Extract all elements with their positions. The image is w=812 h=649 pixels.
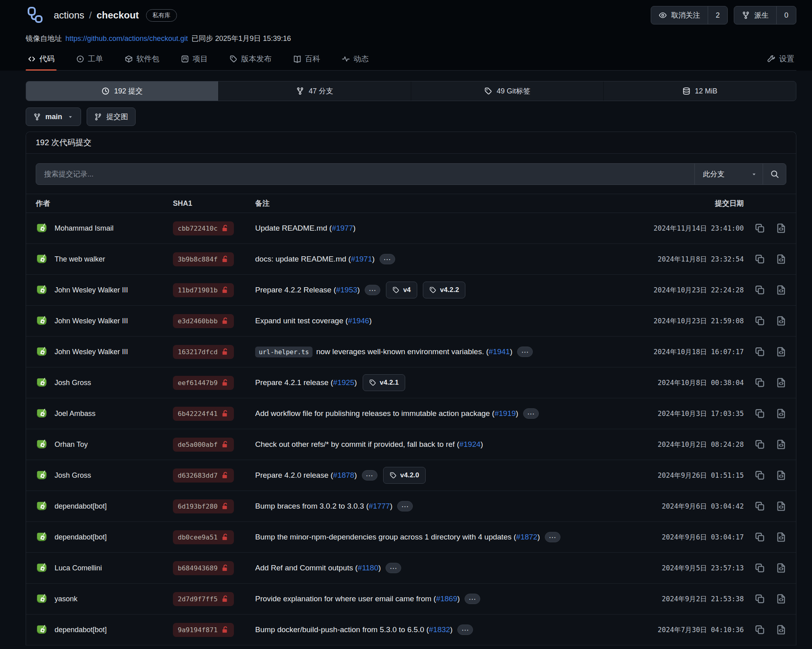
issue-link[interactable]: #1872 — [516, 533, 538, 542]
issue-link[interactable]: #1832 — [429, 625, 450, 634]
tab-issues[interactable]: 工单 — [74, 49, 105, 70]
copy-sha-button[interactable] — [755, 532, 765, 542]
commit-sha-badge[interactable]: db0cee9a51 — [173, 530, 234, 544]
issue-link[interactable]: #1777 — [369, 502, 390, 511]
forks-count[interactable]: 0 — [776, 6, 796, 24]
commit-message-expand-button[interactable]: ⋯ — [523, 408, 539, 419]
view-file-at-commit-button[interactable] — [776, 594, 786, 604]
tab-packages[interactable]: 软件包 — [123, 49, 161, 70]
copy-sha-button[interactable] — [755, 285, 765, 295]
unwatch-button[interactable]: 取消关注 2 — [651, 6, 728, 24]
mirror-url-link[interactable]: https://github.com/actions/checkout.git — [65, 34, 188, 43]
tab-code[interactable]: 代码 — [26, 49, 57, 70]
author-avatar[interactable] — [36, 593, 48, 605]
author-avatar[interactable] — [36, 531, 48, 543]
issue-link[interactable]: #1869 — [436, 594, 457, 603]
commit-message-expand-button[interactable]: ⋯ — [365, 285, 380, 295]
view-file-at-commit-button[interactable] — [776, 501, 786, 511]
commit-message-expand-button[interactable]: ⋯ — [517, 347, 533, 357]
copy-sha-button[interactable] — [755, 594, 765, 604]
view-file-at-commit-button[interactable] — [776, 223, 786, 233]
copy-sha-button[interactable] — [755, 625, 765, 635]
org-link[interactable]: actions — [54, 10, 84, 21]
commit-sha-badge[interactable]: 2d7d9f7ff5 — [173, 592, 234, 606]
stat-git-tags[interactable]: 49 Git标签 — [411, 81, 603, 101]
copy-sha-button[interactable] — [755, 347, 765, 357]
copy-sha-button[interactable] — [755, 223, 765, 233]
commit-sha-badge[interactable]: 3b9b8c884f — [173, 252, 234, 266]
repo-link[interactable]: checkout — [97, 10, 139, 21]
author-name[interactable]: Josh Gross — [55, 471, 91, 480]
issue-link[interactable]: #1977 — [332, 224, 353, 233]
commit-message-expand-button[interactable]: ⋯ — [386, 563, 401, 573]
fork-button[interactable]: 派生 0 — [734, 6, 796, 24]
issue-link[interactable]: #1878 — [333, 471, 354, 480]
issue-link[interactable]: #1924 — [459, 440, 481, 449]
author-name[interactable]: dependabot[bot] — [55, 626, 107, 634]
author-avatar[interactable] — [36, 469, 48, 481]
author-name[interactable]: Josh Gross — [55, 379, 91, 387]
commit-sha-badge[interactable]: cbb722410c — [173, 221, 234, 235]
issue-link[interactable]: #1925 — [333, 378, 354, 387]
view-file-at-commit-button[interactable] — [776, 470, 786, 481]
author-name[interactable]: dependabot[bot] — [55, 502, 107, 511]
author-avatar[interactable] — [36, 253, 48, 265]
author-avatar[interactable] — [36, 438, 48, 450]
author-name[interactable]: Orhan Toy — [55, 440, 88, 449]
author-name[interactable]: Joel Ambass — [55, 410, 95, 418]
commit-message-expand-button[interactable]: ⋯ — [362, 470, 378, 481]
author-avatar[interactable] — [36, 346, 48, 358]
author-avatar[interactable] — [36, 222, 48, 234]
author-avatar[interactable] — [36, 377, 48, 389]
commit-sha-badge[interactable]: eef61447b9 — [173, 376, 234, 390]
view-file-at-commit-button[interactable] — [776, 439, 786, 450]
copy-sha-button[interactable] — [755, 439, 765, 450]
view-file-at-commit-button[interactable] — [776, 254, 786, 264]
branch-selector[interactable]: main — [26, 107, 81, 126]
commit-sha-badge[interactable]: 163217dfcd — [173, 345, 234, 359]
issue-link[interactable]: #1971 — [351, 255, 372, 264]
git-tag-button[interactable]: v4.2.0 — [383, 467, 426, 484]
author-avatar[interactable] — [36, 500, 48, 512]
commit-search-input[interactable] — [36, 164, 694, 185]
tab-settings[interactable]: 设置 — [765, 49, 796, 70]
issue-link[interactable]: #1953 — [336, 286, 357, 294]
view-file-at-commit-button[interactable] — [776, 347, 786, 357]
commit-graph-button[interactable]: 提交图 — [87, 107, 136, 126]
copy-sha-button[interactable] — [755, 470, 765, 481]
issue-link[interactable]: #1180 — [358, 564, 378, 572]
copy-sha-button[interactable] — [755, 563, 765, 573]
view-file-at-commit-button[interactable] — [776, 563, 786, 573]
git-tag-button[interactable]: v4.2.1 — [363, 374, 405, 391]
issue-link[interactable]: #1946 — [348, 316, 369, 325]
author-avatar[interactable] — [36, 408, 48, 420]
commit-sha-badge[interactable]: e3d2460bbb — [173, 314, 234, 328]
commit-sha-badge[interactable]: de5a000abf — [173, 438, 234, 452]
view-file-at-commit-button[interactable] — [776, 285, 786, 295]
author-name[interactable]: Luca Comellini — [55, 564, 102, 572]
author-name[interactable]: John Wesley Walker III — [55, 286, 128, 294]
stat-repo-size[interactable]: 12 MiB — [603, 81, 796, 101]
git-tag-button[interactable]: v4.2.2 — [423, 282, 465, 298]
commit-message-expand-button[interactable]: ⋯ — [397, 501, 413, 511]
watchers-count[interactable]: 2 — [708, 6, 727, 24]
commit-sha-badge[interactable]: 6b42224f41 — [173, 407, 234, 421]
copy-sha-button[interactable] — [755, 254, 765, 264]
stat-branches[interactable]: 47 分支 — [218, 81, 411, 101]
author-name[interactable]: John Wesley Walker III — [55, 348, 128, 356]
tab-projects[interactable]: 项目 — [179, 49, 210, 70]
author-avatar[interactable] — [36, 315, 48, 327]
search-submit-button[interactable] — [763, 164, 786, 185]
copy-sha-button[interactable] — [755, 377, 765, 388]
issue-link[interactable]: #1941 — [489, 347, 510, 356]
author-avatar[interactable] — [36, 284, 48, 296]
issue-link[interactable]: #1919 — [495, 409, 516, 418]
tab-activity[interactable]: 动态 — [340, 49, 371, 70]
commit-message-expand-button[interactable]: ⋯ — [465, 594, 480, 604]
view-file-at-commit-button[interactable] — [776, 625, 786, 635]
commit-message-expand-button[interactable]: ⋯ — [545, 532, 560, 542]
author-name[interactable]: Mohammad Ismail — [55, 224, 114, 233]
git-tag-button[interactable]: v4 — [386, 282, 417, 298]
view-file-at-commit-button[interactable] — [776, 408, 786, 419]
view-file-at-commit-button[interactable] — [776, 377, 786, 388]
